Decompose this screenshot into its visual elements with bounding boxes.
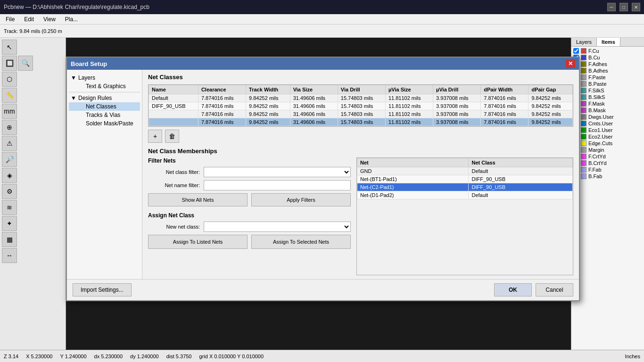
tab-layers[interactable]: Layers [571,38,597,46]
new-net-class-select[interactable] [204,222,351,232]
tree-item-design-rules[interactable]: ▼ Design Rules [69,94,140,102]
nc-table-row[interactable]: 7.874016 mils9.84252 mils31.49606 mils15… [149,118,573,126]
layer-name-label: Cmts.User [588,121,613,126]
net-table-row[interactable]: Net-(C2-Pad1)DIFF_90_USB [357,183,573,191]
net-table-header: Net Net Class [357,158,573,167]
tool-select[interactable]: ↖ [2,40,17,55]
apply-filters-button[interactable]: Apply Filters [251,193,351,206]
layer-item[interactable]: F.Mask [572,100,643,107]
net-classes-table: Name Clearance Track Width Via Size Via … [149,85,573,126]
menu-view[interactable]: View [40,15,59,24]
nc-table-row[interactable]: DIFF_90_USB7.874016 mils9.84252 mils31.4… [149,102,573,110]
tree-item-solder-mask-paste[interactable]: Solder Mask/Paste [69,119,140,128]
delete-net-class-button[interactable]: 🗑 [165,130,179,143]
net-table-cell: Default [469,191,573,199]
layer-color-swatch [581,147,586,153]
tool-mm[interactable]: mm [2,104,17,119]
tool-netinspect[interactable]: 🔎 [2,152,17,167]
net-class-filter-select[interactable] [204,167,351,177]
layer-item[interactable]: B.Mask [572,107,643,114]
tool-settings[interactable]: ⚙ [2,184,17,199]
layer-name-label: F.Paste [588,74,606,80]
tool-measure[interactable]: 📏 [2,88,17,103]
layer-item[interactable]: B.SilkS [572,94,643,100]
layer-item[interactable]: F.Cu [572,48,643,54]
layer-item[interactable]: F.Paste [572,74,643,81]
layer-item[interactable]: B.Fab [572,173,643,180]
layer-color-swatch [581,61,586,67]
net-name-filter-input[interactable] [204,180,351,190]
layer-item[interactable]: F.Fab [572,166,643,173]
cancel-button[interactable]: Cancel [536,283,573,296]
layer-item[interactable]: F.CrtYd [572,153,643,160]
tool-copper-fill[interactable]: ▦ [2,232,17,247]
layer-name-label: Margin [588,147,604,153]
menu-file[interactable]: File [2,15,18,24]
layer-color-swatch [581,127,586,133]
layer-item[interactable]: Eco1.User [572,127,643,133]
tree-expander-layers: ▼ [71,74,76,81]
layer-item[interactable]: Eco2.User [572,133,643,140]
net-table-row[interactable]: GNDDefault [357,167,573,175]
layer-item[interactable]: B.Adhes [572,67,643,74]
layer-item[interactable]: B.CrtYd [572,160,643,166]
menu-edit[interactable]: Edit [20,15,38,24]
left-toolbar: ↖ 🔲 🔍 ⬡ 📏 mm ⊕ ⚠ 🔎 ◈ ⚙ ≋ [0,38,66,350]
tool-route[interactable]: 🔲 [2,56,17,71]
dialog-title: Board Setup [71,60,107,67]
layer-visibility-checkbox[interactable] [573,48,579,54]
tree-item-net-classes[interactable]: Net Classes [69,102,140,111]
tool-3d[interactable]: ◈ [2,168,17,183]
dialog-close-button[interactable]: ✕ [566,59,575,68]
layer-color-swatch [581,173,586,179]
assign-to-listed-button[interactable]: Assign To Listed Nets [148,235,248,249]
layer-item[interactable]: B.Cu [572,54,643,61]
tool-inspect[interactable]: 🔍 [18,56,33,71]
tool-add-footprint[interactable]: ⬡ [2,72,17,87]
nc-table-cell: 7.874016 mils [481,110,528,118]
tree-item-tracks-vias[interactable]: Tracks & Vias [69,111,140,119]
layer-item[interactable]: F.SilkS [572,87,643,94]
layer-item[interactable]: Cmts.User [572,120,643,127]
nc-table-cell: 7.874016 mils [481,118,528,126]
tree-item-layers[interactable]: ▼ Layers [69,74,140,82]
layer-item[interactable]: Margin [572,147,643,153]
right-panel: Layers Items F.CuB.CuF.AdhesB.AdhesF.Pas… [571,38,644,350]
nc-table-row[interactable]: Default7.874016 mils9.84252 mils31.49606… [149,94,573,102]
layer-color-swatch [581,154,586,159]
layer-item[interactable]: Edge.Cuts [572,140,643,147]
layer-item[interactable]: B.Paste [572,81,643,87]
minimize-button[interactable]: ─ [607,3,616,11]
memberships-section: Net Class Memberships Filter Nets Net cl… [148,148,573,275]
ok-button[interactable]: OK [494,283,532,296]
nc-table-cell: 11.81102 mils [385,102,433,110]
nc-table-cell: 7.874016 mils [198,94,246,102]
net-table-row[interactable]: Net-(D1-Pad2)Default [357,191,573,199]
nc-table-cell: 9.84252 mils [246,118,290,126]
tree-item-text-graphics[interactable]: Text & Graphics [69,82,140,90]
assign-to-selected-button[interactable]: Assign To Selected Nets [251,235,351,249]
show-all-nets-button[interactable]: Show All Nets [148,193,248,206]
tool-drc[interactable]: ⚠ [2,136,17,151]
net-table-row[interactable]: Net-(BT1-Pad1)DIFF_90_USB [357,175,573,183]
window-close-button[interactable]: ✕ [632,3,640,11]
tool-extra[interactable]: ↔ [2,248,17,263]
tool-cursor[interactable]: ⊕ [2,120,17,135]
add-net-class-button[interactable]: + [148,130,162,143]
nc-table-cell: 9.84252 mils [528,94,573,102]
layer-name-label: B.Mask [588,107,606,113]
tree-label-design-rules: Design Rules [78,95,112,101]
layer-item[interactable]: Dwgs.User [572,114,643,120]
layer-item[interactable]: F.Adhes [572,61,643,67]
layer-name-label: F.CrtYd [588,154,606,159]
tool-ratsnest[interactable]: ≋ [2,200,17,215]
import-settings-button[interactable]: Import Settings... [73,283,132,296]
assign-group: Assign Net Class New net class: Assign [148,212,351,249]
menu-place[interactable]: Pla... [61,15,82,24]
maximize-button[interactable]: □ [619,3,628,11]
net-table-cell: Net-(BT1-Pad1) [357,175,469,183]
tab-items[interactable]: Items [597,38,620,46]
layer-name-label: F.Cu [588,48,599,54]
tool-highlight[interactable]: ✦ [2,216,17,231]
nc-table-row[interactable]: 7.874016 mils9.84252 mils31.49606 mils15… [149,110,573,118]
